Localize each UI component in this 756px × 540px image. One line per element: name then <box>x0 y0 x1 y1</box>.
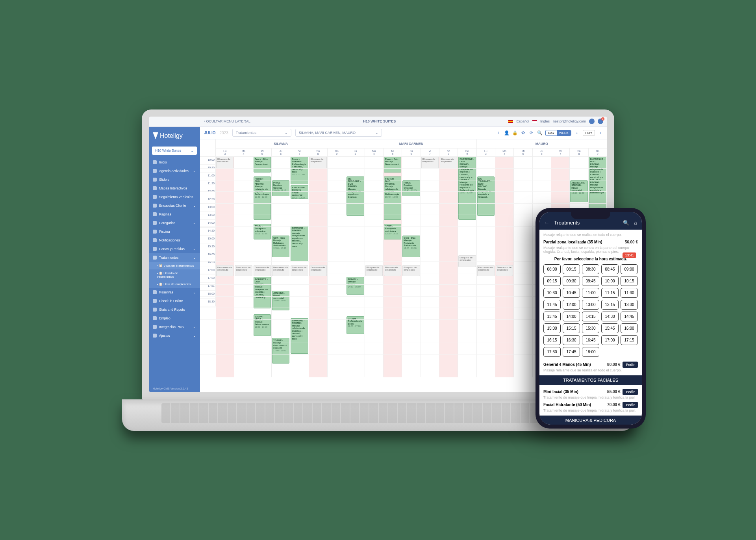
order-button[interactable]: Pedir <box>623 362 638 368</box>
calendar-event[interactable]: FINNEY - Masaje Sueco14:30 - 16:00 <box>346 277 364 295</box>
refresh-icon[interactable]: ⟳ <box>529 130 534 135</box>
sidebar-item[interactable]: Encuestas Cliente⌄ <box>149 201 200 210</box>
time-slot-button[interactable]: 16:30 <box>563 335 580 345</box>
sidebar-item[interactable]: Paginas <box>149 210 200 219</box>
calendar-event[interactable]: JENKINS - Ritual sensorial15:00 - 17:00 <box>272 291 289 310</box>
time-slot-button[interactable]: 11:30 <box>621 288 638 298</box>
order-button[interactable]: Pedir <box>623 389 638 395</box>
calendar-event[interactable]: Bloqueo de empleado <box>440 157 457 169</box>
sidebar-item[interactable]: Check-in Online <box>149 297 200 305</box>
calendar-event[interactable]: JOHN - Escapada volcánica12:15 - 13:15 <box>254 224 271 239</box>
calendar-event[interactable]: Descanso de empleado <box>216 265 233 276</box>
calendar-event[interactable]: PRICE - Destino Oriental10:45 - 12:15 <box>272 180 289 196</box>
sidebar-item[interactable]: Categorias⌄ <box>149 219 200 227</box>
calendar-column[interactable]: Peers - PROMO: Reflexología + craneal, c… <box>290 157 309 377</box>
sidebar-item[interactable]: Mapas Interactivos <box>149 184 200 193</box>
time-slot-button[interactable]: 16:45 <box>582 335 599 345</box>
time-slot-button[interactable]: 08:15 <box>563 264 580 274</box>
time-slot-button[interactable]: 08:30 <box>582 264 599 274</box>
settings-icon[interactable]: ✿ <box>521 130 526 135</box>
notifications-icon[interactable]: 2 <box>598 119 603 124</box>
time-slot-button[interactable]: 11:15 <box>601 288 619 298</box>
back-icon[interactable]: ← <box>544 220 549 226</box>
flag-us-icon[interactable] <box>532 120 537 123</box>
time-slot-button[interactable]: 08:00 <box>543 264 561 274</box>
view-toggle[interactable]: DAY WEEK <box>545 130 571 136</box>
calendar-event[interactable]: Descanso de empleado <box>235 265 252 276</box>
calendar-event[interactable]: Bloqueo de empleado <box>216 157 233 169</box>
time-slot-button[interactable]: 17:30 <box>543 347 561 357</box>
calendar-event[interactable]: Peers - Dúo Masaje Descontract <box>384 157 401 173</box>
week-view-button[interactable]: WEEK <box>557 130 571 135</box>
time-slot-button[interactable]: 13:00 <box>582 300 599 310</box>
calendar-event[interactable]: Bloqueo de empleado <box>309 157 327 169</box>
calendar-column[interactable]: MC TEGGART - DUO PROMO: Masaje relajante… <box>477 157 495 377</box>
time-slot-button[interactable]: 14:30 <box>601 312 619 321</box>
hotel-selector[interactable]: H10 White Suites⌄ <box>152 147 197 155</box>
time-slot-button[interactable]: 14:15 <box>582 312 599 321</box>
calendar-event[interactable]: MC TEGGART - DUO PROMO: Masaje relajante… <box>477 176 495 216</box>
time-slot-button[interactable]: 15:30 <box>582 323 599 333</box>
calendar-event[interactable]: JOHN - Escapada volcánica12:15 - 13:15 <box>384 224 401 239</box>
lang-en[interactable]: Ingles <box>540 119 550 123</box>
calendar-event[interactable]: YORKE - Masaje descontract espalda17:00 … <box>272 338 289 364</box>
time-slot-button[interactable]: 17:15 <box>621 335 638 345</box>
calendar-column[interactable]: Bloqueo de empleadoDescanso de empleado <box>216 157 234 377</box>
time-slot-button[interactable]: 15:00 <box>543 323 561 333</box>
calendar-event[interactable]: MC TEGGART - DUO PROMO: Masaje relajante… <box>346 176 364 216</box>
time-slot-button[interactable]: 13:45 <box>543 312 561 321</box>
time-slot-button[interactable]: 10:45 <box>563 288 580 298</box>
calendar-column[interactable]: Bloqueo de empleado <box>365 157 384 377</box>
calendar-event[interactable]: COX - Dúo Masaje Relajante Anti-estrés12… <box>402 236 420 257</box>
calendar-event[interactable]: Descanso de empleado <box>254 265 271 276</box>
lock-icon[interactable]: 🔒 <box>512 130 517 135</box>
time-slot-button[interactable]: 15:45 <box>601 323 619 333</box>
calendar-column[interactable]: PRICE - Destino Oriental10:45 - 12:15COX… <box>272 157 290 377</box>
calendar-event[interactable]: PRICE - Destino Oriental10:45 - 12:15 <box>402 180 420 196</box>
calendar-column[interactable]: Descanso de empleado <box>234 157 253 377</box>
calendar-event[interactable]: Descanso de empleado <box>477 265 495 276</box>
sidebar-item[interactable]: Ajustes⌄ <box>149 331 200 340</box>
home-icon[interactable]: ⌂ <box>634 220 637 226</box>
calendar-event[interactable]: DUFRESNE - DUO PROMO: Masaje relajante d… <box>458 157 476 220</box>
time-slot-button[interactable]: 13:15 <box>601 300 619 310</box>
time-slot-button[interactable]: 17:45 <box>563 347 580 357</box>
user-icon[interactable]: 👤 <box>504 130 509 135</box>
prev-icon[interactable]: ‹ <box>574 130 580 135</box>
calendar-event[interactable]: SALVAT VEGA - Masaje futura mama16:00 - … <box>254 314 271 336</box>
time-slot-button[interactable]: 16:00 <box>621 323 638 333</box>
calendar-column[interactable]: Peers - Dúo Masaje DescontractFISHER - D… <box>384 157 402 377</box>
sidebar-item[interactable]: Cartas y Pedidos⌄ <box>149 245 200 253</box>
user-email[interactable]: nestor@hoteligy.com <box>553 119 586 123</box>
sidebar-item[interactable]: Inicio <box>149 158 200 167</box>
sidebar-item[interactable]: Reservas⌄ <box>149 288 200 297</box>
calendar-event[interactable]: Descanso de empleado <box>272 265 289 276</box>
calendar-column[interactable]: Bloqueo de empleadoDescanso de empleado <box>309 157 328 377</box>
sidebar-item[interactable]: Agenda Actividades⌄ <box>149 167 200 175</box>
sidebar-item[interactable]: Integración PMS⌄ <box>149 323 200 331</box>
time-slot-button[interactable]: 11:45 <box>543 300 561 310</box>
calendar-column[interactable]: DUFRESNE - DUO PROMO: Masaje relajante d… <box>458 157 476 377</box>
calendar-column[interactable]: MC TEGGART - DUO PROMO: Masaje relajante… <box>346 157 365 377</box>
calendar-column[interactable]: Bloqueo de empleado <box>421 157 439 377</box>
sidebar-item[interactable]: Notificaciones <box>149 236 200 245</box>
sidebar-subitem[interactable]: • 📋 Vista de Tratamientos <box>149 262 200 269</box>
time-slot-button[interactable]: 09:30 <box>563 276 580 286</box>
add-icon[interactable]: + <box>496 130 501 135</box>
sidebar-item[interactable]: Piscina <box>149 227 200 236</box>
time-slot-button[interactable]: 15:15 <box>563 323 580 333</box>
time-slot-button[interactable]: 18:00 <box>582 347 599 357</box>
time-slot-button[interactable]: 10:30 <box>543 288 561 298</box>
calendar-event[interactable]: Bloqueo de empleado <box>421 157 439 169</box>
search-icon[interactable]: 🔍 <box>623 220 629 226</box>
hide-sidebar-link[interactable]: ‹ OCULTAR MENU LATERAL <box>204 119 250 123</box>
time-slot-button[interactable]: 10:00 <box>601 276 619 286</box>
calendar-column[interactable] <box>328 157 346 377</box>
time-slot-button[interactable]: 14:00 <box>563 312 580 321</box>
day-view-button[interactable]: DAY <box>546 130 557 135</box>
staff-filter-dropdown[interactable]: SILVANA, MARI CARMEN, MAURO⌄ <box>295 129 382 137</box>
time-slot-button[interactable]: 16:15 <box>543 335 561 345</box>
sidebar-item[interactable]: Sliders <box>149 175 200 184</box>
calendar-event[interactable]: SIMMONS - PROMO: masaje relajante de esp… <box>291 226 308 261</box>
calendar-event[interactable]: COX - Dúo Masaje Relajante Anti-estrés12… <box>272 236 289 257</box>
